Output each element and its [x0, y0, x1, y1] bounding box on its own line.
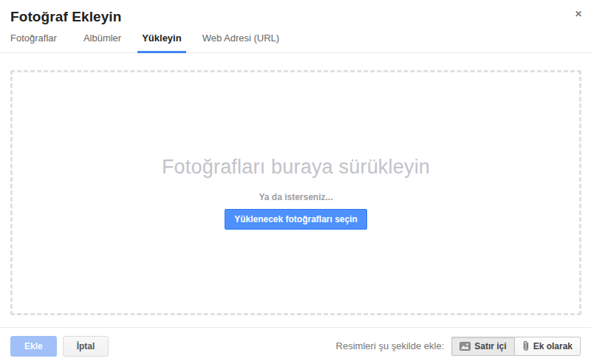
upload-dropzone[interactable]: Fotoğrafları buraya sürükleyin Ya da ist…: [10, 70, 581, 315]
cancel-button[interactable]: İptal: [63, 336, 109, 357]
tab-albumler[interactable]: Albümler: [79, 32, 126, 53]
dialog-title: Fotoğraf Ekleyin: [10, 9, 579, 25]
image-icon: [460, 342, 471, 351]
tab-fotograflar[interactable]: Fotoğraflar: [6, 32, 61, 53]
tab-bar: Fotoğraflar Albümler Yükleyin Web Adresi…: [0, 30, 591, 53]
close-icon[interactable]: ✕: [572, 7, 585, 21]
insert-mode-toggle: Satır içi Ek olarak: [451, 337, 581, 356]
inline-option-button[interactable]: Satır içi: [451, 337, 513, 356]
tab-yukleyin[interactable]: Yükleyin: [137, 32, 185, 53]
select-photos-button[interactable]: Yüklenecek fotoğrafları seçin: [225, 209, 367, 230]
insert-mode-controls: Resimleri şu şekilde ekle: Satır içi: [336, 337, 581, 356]
footer-actions: Ekle İptal: [10, 336, 109, 357]
add-button[interactable]: Ekle: [10, 336, 57, 357]
inline-option-label: Satır içi: [474, 341, 506, 351]
dropzone-headline: Fotoğrafları buraya sürükleyin: [162, 156, 430, 179]
photo-picker-dialog: { "dialog": { "title": "Fotoğraf Ekleyin…: [0, 0, 591, 364]
dialog-footer: Ekle İptal Resimleri şu şekilde ekle: Sa…: [0, 327, 591, 364]
dialog-header: Fotoğraf Ekleyin ✕: [0, 0, 591, 30]
attachment-option-label: Ek olarak: [533, 341, 573, 351]
paperclip-icon: [522, 340, 530, 351]
attachment-option-button[interactable]: Ek olarak: [514, 337, 581, 356]
insert-mode-label: Resimleri şu şekilde ekle:: [336, 340, 445, 351]
dropzone-subtext: Ya da isterseniz...: [259, 192, 332, 202]
tab-web-adresi[interactable]: Web Adresi (URL): [198, 32, 284, 53]
